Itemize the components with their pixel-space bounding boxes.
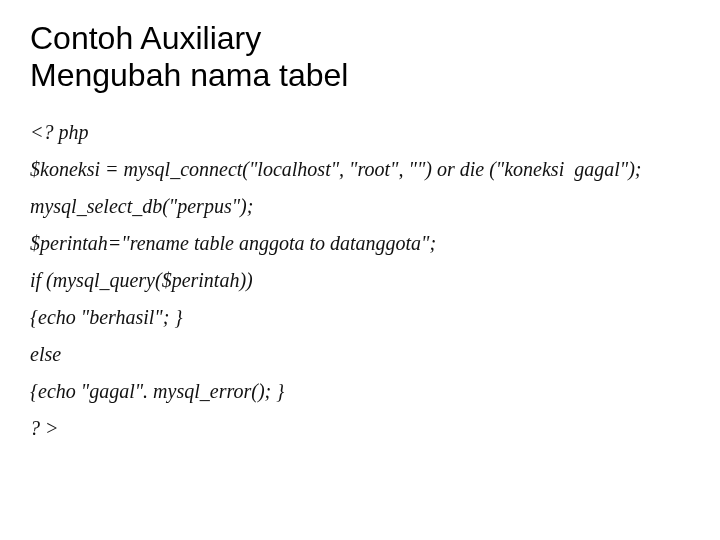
code-line: if (mysql_query($perintah)) [30,262,690,299]
code-line: {echo "berhasil"; } [30,299,690,336]
slide-title: Contoh Auxiliary Mengubah nama tabel [30,20,690,94]
code-line: else [30,336,690,373]
code-line: $perintah="rename table anggota to datan… [30,225,690,262]
slide: Contoh Auxiliary Mengubah nama tabel <? … [0,0,720,477]
title-line-2: Mengubah nama tabel [30,57,348,93]
code-line: {echo "gagal". mysql_error(); } [30,373,690,410]
code-block: <? php $koneksi = mysql_connect("localho… [30,114,690,447]
code-line: $koneksi = mysql_connect("localhost", "r… [30,151,690,188]
code-line: ? > [30,410,690,447]
title-line-1: Contoh Auxiliary [30,20,261,56]
code-line: mysql_select_db("perpus"); [30,188,690,225]
code-line: <? php [30,114,690,151]
